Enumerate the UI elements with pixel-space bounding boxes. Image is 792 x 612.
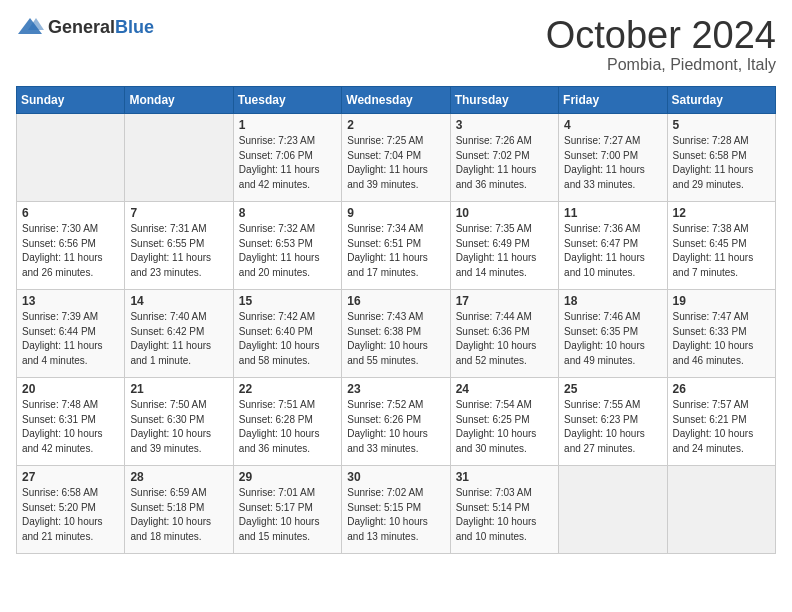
day-info: Sunrise: 7:47 AMSunset: 6:33 PMDaylight:… bbox=[673, 310, 770, 368]
day-number: 17 bbox=[456, 294, 553, 308]
day-info: Sunrise: 7:52 AMSunset: 6:26 PMDaylight:… bbox=[347, 398, 444, 456]
week-row-5: 27Sunrise: 6:58 AMSunset: 5:20 PMDayligh… bbox=[17, 466, 776, 554]
day-info: Sunrise: 7:50 AMSunset: 6:30 PMDaylight:… bbox=[130, 398, 227, 456]
day-number: 9 bbox=[347, 206, 444, 220]
day-info: Sunrise: 7:48 AMSunset: 6:31 PMDaylight:… bbox=[22, 398, 119, 456]
day-number: 14 bbox=[130, 294, 227, 308]
calendar-header: SundayMondayTuesdayWednesdayThursdayFrid… bbox=[17, 87, 776, 114]
calendar-cell bbox=[667, 466, 775, 554]
calendar-cell: 4Sunrise: 7:27 AMSunset: 7:00 PMDaylight… bbox=[559, 114, 667, 202]
day-number: 13 bbox=[22, 294, 119, 308]
day-number: 25 bbox=[564, 382, 661, 396]
calendar-cell: 20Sunrise: 7:48 AMSunset: 6:31 PMDayligh… bbox=[17, 378, 125, 466]
calendar-cell: 12Sunrise: 7:38 AMSunset: 6:45 PMDayligh… bbox=[667, 202, 775, 290]
calendar-table: SundayMondayTuesdayWednesdayThursdayFrid… bbox=[16, 86, 776, 554]
logo-text: GeneralBlue bbox=[48, 17, 154, 38]
weekday-header-friday: Friday bbox=[559, 87, 667, 114]
calendar-cell bbox=[559, 466, 667, 554]
day-number: 7 bbox=[130, 206, 227, 220]
day-number: 6 bbox=[22, 206, 119, 220]
day-number: 23 bbox=[347, 382, 444, 396]
logo: GeneralBlue bbox=[16, 16, 154, 38]
day-number: 19 bbox=[673, 294, 770, 308]
day-info: Sunrise: 7:40 AMSunset: 6:42 PMDaylight:… bbox=[130, 310, 227, 368]
day-number: 26 bbox=[673, 382, 770, 396]
day-number: 18 bbox=[564, 294, 661, 308]
week-row-4: 20Sunrise: 7:48 AMSunset: 6:31 PMDayligh… bbox=[17, 378, 776, 466]
day-info: Sunrise: 7:26 AMSunset: 7:02 PMDaylight:… bbox=[456, 134, 553, 192]
calendar-cell: 23Sunrise: 7:52 AMSunset: 6:26 PMDayligh… bbox=[342, 378, 450, 466]
calendar-cell: 8Sunrise: 7:32 AMSunset: 6:53 PMDaylight… bbox=[233, 202, 341, 290]
day-number: 10 bbox=[456, 206, 553, 220]
calendar-cell: 1Sunrise: 7:23 AMSunset: 7:06 PMDaylight… bbox=[233, 114, 341, 202]
week-row-1: 1Sunrise: 7:23 AMSunset: 7:06 PMDaylight… bbox=[17, 114, 776, 202]
weekday-header-wednesday: Wednesday bbox=[342, 87, 450, 114]
calendar-cell: 5Sunrise: 7:28 AMSunset: 6:58 PMDaylight… bbox=[667, 114, 775, 202]
calendar-cell: 22Sunrise: 7:51 AMSunset: 6:28 PMDayligh… bbox=[233, 378, 341, 466]
day-info: Sunrise: 7:31 AMSunset: 6:55 PMDaylight:… bbox=[130, 222, 227, 280]
day-number: 27 bbox=[22, 470, 119, 484]
calendar-cell: 19Sunrise: 7:47 AMSunset: 6:33 PMDayligh… bbox=[667, 290, 775, 378]
day-info: Sunrise: 7:01 AMSunset: 5:17 PMDaylight:… bbox=[239, 486, 336, 544]
day-number: 2 bbox=[347, 118, 444, 132]
day-info: Sunrise: 7:57 AMSunset: 6:21 PMDaylight:… bbox=[673, 398, 770, 456]
calendar-cell: 2Sunrise: 7:25 AMSunset: 7:04 PMDaylight… bbox=[342, 114, 450, 202]
calendar-cell: 6Sunrise: 7:30 AMSunset: 6:56 PMDaylight… bbox=[17, 202, 125, 290]
day-number: 20 bbox=[22, 382, 119, 396]
calendar-cell: 30Sunrise: 7:02 AMSunset: 5:15 PMDayligh… bbox=[342, 466, 450, 554]
calendar-cell: 14Sunrise: 7:40 AMSunset: 6:42 PMDayligh… bbox=[125, 290, 233, 378]
day-number: 28 bbox=[130, 470, 227, 484]
day-info: Sunrise: 7:28 AMSunset: 6:58 PMDaylight:… bbox=[673, 134, 770, 192]
day-info: Sunrise: 7:35 AMSunset: 6:49 PMDaylight:… bbox=[456, 222, 553, 280]
day-info: Sunrise: 7:30 AMSunset: 6:56 PMDaylight:… bbox=[22, 222, 119, 280]
day-number: 30 bbox=[347, 470, 444, 484]
day-info: Sunrise: 6:59 AMSunset: 5:18 PMDaylight:… bbox=[130, 486, 227, 544]
day-number: 12 bbox=[673, 206, 770, 220]
calendar-cell: 21Sunrise: 7:50 AMSunset: 6:30 PMDayligh… bbox=[125, 378, 233, 466]
day-number: 5 bbox=[673, 118, 770, 132]
day-info: Sunrise: 7:54 AMSunset: 6:25 PMDaylight:… bbox=[456, 398, 553, 456]
day-info: Sunrise: 7:46 AMSunset: 6:35 PMDaylight:… bbox=[564, 310, 661, 368]
page-header: GeneralBlue October 2024 Pombia, Piedmon… bbox=[16, 16, 776, 74]
calendar-cell: 17Sunrise: 7:44 AMSunset: 6:36 PMDayligh… bbox=[450, 290, 558, 378]
calendar-cell: 10Sunrise: 7:35 AMSunset: 6:49 PMDayligh… bbox=[450, 202, 558, 290]
calendar-cell: 13Sunrise: 7:39 AMSunset: 6:44 PMDayligh… bbox=[17, 290, 125, 378]
weekday-header-tuesday: Tuesday bbox=[233, 87, 341, 114]
calendar-cell: 3Sunrise: 7:26 AMSunset: 7:02 PMDaylight… bbox=[450, 114, 558, 202]
day-number: 16 bbox=[347, 294, 444, 308]
calendar-cell: 15Sunrise: 7:42 AMSunset: 6:40 PMDayligh… bbox=[233, 290, 341, 378]
calendar-cell: 24Sunrise: 7:54 AMSunset: 6:25 PMDayligh… bbox=[450, 378, 558, 466]
calendar-cell: 18Sunrise: 7:46 AMSunset: 6:35 PMDayligh… bbox=[559, 290, 667, 378]
day-info: Sunrise: 7:51 AMSunset: 6:28 PMDaylight:… bbox=[239, 398, 336, 456]
day-info: Sunrise: 7:02 AMSunset: 5:15 PMDaylight:… bbox=[347, 486, 444, 544]
calendar-cell: 7Sunrise: 7:31 AMSunset: 6:55 PMDaylight… bbox=[125, 202, 233, 290]
day-info: Sunrise: 7:55 AMSunset: 6:23 PMDaylight:… bbox=[564, 398, 661, 456]
day-info: Sunrise: 7:03 AMSunset: 5:14 PMDaylight:… bbox=[456, 486, 553, 544]
day-number: 15 bbox=[239, 294, 336, 308]
day-info: Sunrise: 7:39 AMSunset: 6:44 PMDaylight:… bbox=[22, 310, 119, 368]
day-info: Sunrise: 7:25 AMSunset: 7:04 PMDaylight:… bbox=[347, 134, 444, 192]
weekday-header-sunday: Sunday bbox=[17, 87, 125, 114]
month-title: October 2024 bbox=[546, 16, 776, 54]
calendar-cell: 27Sunrise: 6:58 AMSunset: 5:20 PMDayligh… bbox=[17, 466, 125, 554]
calendar-cell: 25Sunrise: 7:55 AMSunset: 6:23 PMDayligh… bbox=[559, 378, 667, 466]
day-info: Sunrise: 7:36 AMSunset: 6:47 PMDaylight:… bbox=[564, 222, 661, 280]
day-info: Sunrise: 7:43 AMSunset: 6:38 PMDaylight:… bbox=[347, 310, 444, 368]
logo-icon bbox=[16, 16, 44, 38]
calendar-cell: 16Sunrise: 7:43 AMSunset: 6:38 PMDayligh… bbox=[342, 290, 450, 378]
title-block: October 2024 Pombia, Piedmont, Italy bbox=[546, 16, 776, 74]
day-info: Sunrise: 7:42 AMSunset: 6:40 PMDaylight:… bbox=[239, 310, 336, 368]
calendar-cell bbox=[17, 114, 125, 202]
day-info: Sunrise: 7:32 AMSunset: 6:53 PMDaylight:… bbox=[239, 222, 336, 280]
day-number: 11 bbox=[564, 206, 661, 220]
day-number: 8 bbox=[239, 206, 336, 220]
week-row-2: 6Sunrise: 7:30 AMSunset: 6:56 PMDaylight… bbox=[17, 202, 776, 290]
calendar-cell: 11Sunrise: 7:36 AMSunset: 6:47 PMDayligh… bbox=[559, 202, 667, 290]
weekday-header-monday: Monday bbox=[125, 87, 233, 114]
day-number: 21 bbox=[130, 382, 227, 396]
week-row-3: 13Sunrise: 7:39 AMSunset: 6:44 PMDayligh… bbox=[17, 290, 776, 378]
day-number: 4 bbox=[564, 118, 661, 132]
day-info: Sunrise: 7:27 AMSunset: 7:00 PMDaylight:… bbox=[564, 134, 661, 192]
day-number: 31 bbox=[456, 470, 553, 484]
day-number: 24 bbox=[456, 382, 553, 396]
